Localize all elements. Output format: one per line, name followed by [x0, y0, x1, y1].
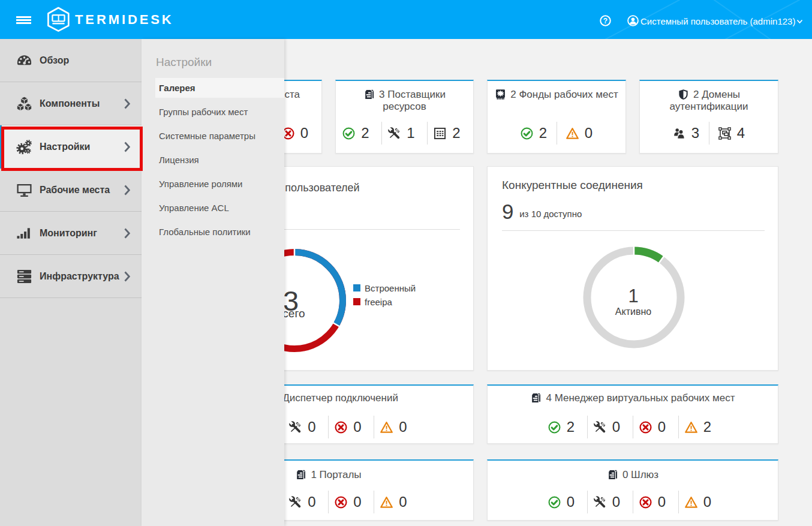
svg-text:?: ? [603, 17, 608, 25]
